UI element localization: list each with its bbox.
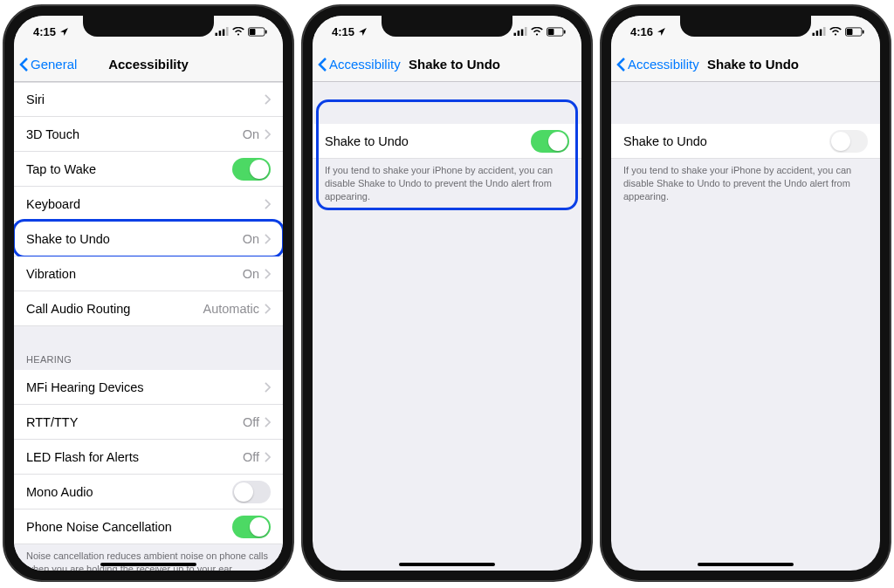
toggle-switch[interactable] [232, 516, 271, 538]
content[interactable]: Siri 3D Touch On Tap to Wake Keyboard Sh… [14, 82, 283, 571]
section-header: HEARING [14, 347, 283, 370]
chevron-left-icon [616, 57, 626, 72]
row-3d-touch[interactable]: 3D Touch On [14, 117, 283, 152]
svg-point-4 [237, 33, 239, 35]
home-indicator [698, 563, 794, 566]
row-label: LED Flash for Alerts [26, 450, 139, 464]
row-value: On [243, 267, 259, 281]
row-shake-to-undo-toggle[interactable]: Shake to Undo [313, 124, 581, 159]
svg-rect-0 [216, 33, 218, 36]
svg-point-12 [536, 33, 538, 35]
toggle-switch[interactable] [232, 481, 271, 503]
row-mfi-hearing[interactable]: MFi Hearing Devices [14, 370, 283, 405]
row-value: Automatic [203, 302, 259, 316]
screen: 4:16 Accessibility Shake to Undo Shake t… [611, 16, 880, 571]
row-mono-audio[interactable]: Mono Audio [14, 475, 283, 509]
content[interactable]: Shake to Undo If you tend to shake your … [313, 82, 581, 212]
svg-rect-16 [813, 33, 815, 36]
notch [83, 16, 214, 37]
notch [382, 16, 512, 37]
row-tap-to-wake[interactable]: Tap to Wake [14, 152, 283, 187]
row-label: Mono Audio [26, 485, 93, 499]
toggle-switch[interactable] [829, 130, 868, 153]
chevron-right-icon [265, 199, 271, 209]
chevron-left-icon [318, 57, 327, 72]
chevron-right-icon [265, 234, 271, 244]
chevron-right-icon [265, 269, 271, 279]
chevron-right-icon [265, 417, 271, 427]
nav-bar: Accessibility Shake to Undo [611, 47, 880, 82]
row-vibration[interactable]: Vibration On [14, 256, 283, 291]
row-label: Call Audio Routing [26, 302, 130, 316]
svg-point-20 [835, 33, 836, 35]
location-icon [59, 27, 69, 37]
signal-icon [812, 27, 826, 36]
chevron-right-icon [265, 382, 271, 393]
svg-rect-18 [820, 30, 822, 37]
svg-rect-19 [823, 27, 826, 36]
nav-back-button[interactable]: Accessibility [318, 57, 401, 72]
svg-rect-22 [863, 30, 864, 33]
home-indicator [399, 563, 495, 566]
phone-frame: 4:15 General Accessibility Siri [3, 5, 293, 581]
wifi-icon [829, 27, 842, 36]
toggle-switch[interactable] [531, 130, 569, 153]
row-siri[interactable]: Siri [14, 82, 283, 117]
row-label: Vibration [26, 267, 76, 281]
row-label: Siri [26, 92, 45, 106]
svg-rect-8 [514, 33, 517, 36]
wifi-icon [531, 27, 543, 36]
signal-icon [215, 27, 229, 36]
row-noise-cancel[interactable]: Phone Noise Cancellation [14, 509, 283, 544]
phone-frame: 4:15 Accessibility Shake to Undo Shake t… [302, 5, 592, 581]
row-shake-to-undo-toggle[interactable]: Shake to Undo [611, 124, 880, 159]
location-icon [358, 27, 368, 37]
row-label: 3D Touch [26, 127, 79, 141]
row-value: On [243, 127, 259, 141]
nav-bar: Accessibility Shake to Undo [313, 47, 581, 82]
svg-rect-10 [521, 30, 524, 37]
row-rtt-tty[interactable]: RTT/TTY Off [14, 405, 283, 440]
wifi-icon [232, 27, 244, 36]
signal-icon [513, 27, 527, 36]
chevron-right-icon [265, 94, 271, 105]
svg-rect-1 [219, 31, 222, 36]
chevron-right-icon [265, 452, 271, 462]
row-led-flash[interactable]: LED Flash for Alerts Off [14, 440, 283, 475]
nav-back-label: Accessibility [329, 57, 401, 72]
row-keyboard[interactable]: Keyboard [14, 187, 283, 222]
battery-icon [547, 27, 566, 37]
toggle-switch[interactable] [232, 158, 271, 181]
battery-icon [845, 27, 864, 37]
row-value: On [243, 232, 259, 246]
content[interactable]: Shake to Undo If you tend to shake your … [611, 82, 880, 212]
chevron-left-icon [19, 57, 29, 72]
nav-back-button[interactable]: General [19, 57, 77, 72]
row-label: Shake to Undo [623, 134, 707, 148]
row-label: MFi Hearing Devices [26, 380, 144, 394]
row-call-audio-routing[interactable]: Call Audio Routing Automatic [14, 291, 283, 326]
status-time: 4:16 [630, 25, 653, 38]
row-label: Shake to Undo [26, 232, 110, 246]
nav-back-button[interactable]: Accessibility [616, 57, 699, 72]
row-shake-to-undo[interactable]: Shake to Undo On [14, 222, 283, 256]
screen: 4:15 Accessibility Shake to Undo Shake t… [313, 16, 581, 571]
svg-rect-15 [548, 29, 554, 35]
home-indicator [100, 563, 196, 566]
screen: 4:15 General Accessibility Siri [14, 16, 283, 571]
row-value: Off [243, 415, 259, 429]
svg-rect-3 [226, 27, 229, 36]
svg-rect-9 [518, 31, 520, 36]
notch [680, 16, 811, 37]
phone-frame: 4:16 Accessibility Shake to Undo Shake t… [601, 5, 891, 581]
battery-icon [248, 27, 267, 37]
section-footer: Noise cancellation reduces ambient noise… [14, 544, 283, 571]
section-footer: If you tend to shake your iPhone by acci… [611, 159, 880, 212]
row-label: Keyboard [26, 197, 80, 211]
svg-rect-11 [525, 27, 527, 36]
location-icon [657, 27, 666, 37]
chevron-right-icon [265, 304, 271, 314]
row-label: RTT/TTY [26, 415, 78, 429]
svg-rect-7 [250, 29, 256, 35]
nav-back-label: Accessibility [628, 57, 699, 72]
